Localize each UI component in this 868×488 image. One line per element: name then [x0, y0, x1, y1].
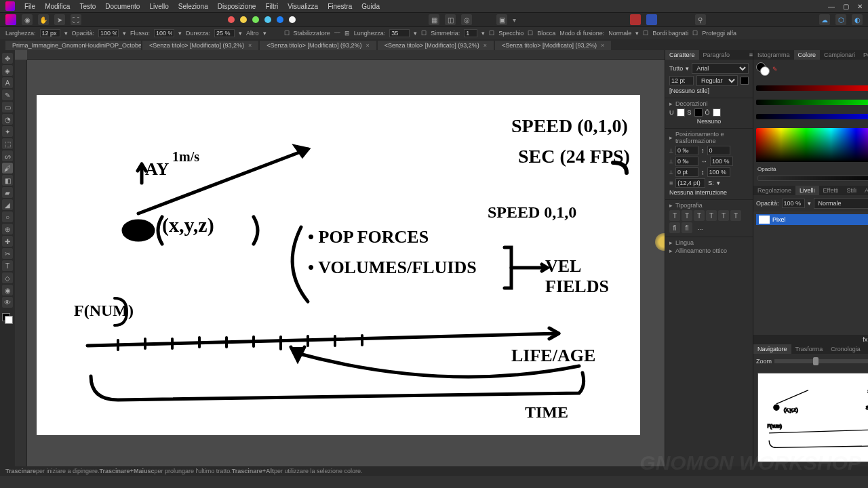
- close-tab-icon[interactable]: ×: [248, 42, 252, 49]
- tab-brushes[interactable]: Pennelli: [859, 50, 868, 60]
- minimize-icon[interactable]: —: [828, 3, 835, 10]
- rectangle-tool-icon[interactable]: ▭: [2, 102, 13, 113]
- hardness-input[interactable]: [214, 29, 235, 37]
- font-family-select[interactable]: Arial: [692, 63, 749, 74]
- b-slider[interactable]: [756, 114, 868, 119]
- menu-file[interactable]: File: [24, 3, 35, 10]
- tab-character[interactable]: Carattere: [665, 50, 699, 60]
- close-icon[interactable]: ✕: [857, 3, 863, 10]
- crop-tool-icon[interactable]: ✂: [2, 248, 13, 259]
- tab-paragraph[interactable]: Paragrafo: [699, 50, 734, 60]
- layer-opacity-input[interactable]: [782, 199, 805, 208]
- stabilizer-label[interactable]: Stabilizzatore: [294, 30, 330, 37]
- pos-field[interactable]: [707, 167, 730, 177]
- wet-edges-label[interactable]: Bordi bagnati: [652, 30, 688, 37]
- width-input[interactable]: [40, 29, 60, 37]
- tab-navigator[interactable]: Navigatore: [753, 344, 791, 354]
- node-tool-icon[interactable]: ◈: [2, 65, 13, 76]
- snap-icon[interactable]: ▣: [496, 14, 507, 25]
- language-header[interactable]: Lingua: [675, 239, 694, 246]
- doc-tab[interactable]: <Senza titolo> [Modificato] (93,2%)×: [260, 41, 376, 50]
- close-tab-icon[interactable]: ×: [484, 42, 487, 49]
- doc-tab[interactable]: <Senza titolo> [Modificato] (93,2%)×: [142, 41, 258, 50]
- swatch-yellow[interactable]: [240, 16, 247, 23]
- eyedropper-icon[interactable]: ◉: [22, 14, 33, 25]
- typo-btn[interactable]: T: [669, 210, 680, 221]
- close-tab-icon[interactable]: ×: [366, 42, 369, 49]
- shape-tool-icon[interactable]: ◇: [2, 272, 13, 283]
- menu-edit[interactable]: Modifica: [45, 3, 70, 10]
- r-slider[interactable]: [756, 85, 868, 91]
- heal-tool-icon[interactable]: ✚: [2, 236, 13, 247]
- flood-select-icon[interactable]: ✦: [2, 126, 13, 137]
- decorations-header[interactable]: Decorazioni: [675, 100, 708, 107]
- optalign-header[interactable]: Allineamento ottico: [675, 247, 727, 254]
- text-tool-icon[interactable]: T: [2, 260, 13, 271]
- tab-history[interactable]: Cronologia: [827, 344, 865, 354]
- layer-item[interactable]: Pixel ✓: [756, 214, 868, 225]
- tab-color[interactable]: Colore: [794, 50, 821, 60]
- fill-tool-icon[interactable]: ▰: [2, 187, 13, 198]
- color-swatches[interactable]: [2, 313, 13, 324]
- doc-tab[interactable]: <Senza titolo> [Modificato] (93,2%)×: [378, 41, 494, 50]
- quickmask-icon[interactable]: ▦: [429, 14, 439, 25]
- pos-field[interactable]: [707, 146, 730, 155]
- document-canvas[interactable]: SPEED (0,1,0) SEC (24 FPS) SPEED 0,1,0 A…: [37, 95, 640, 435]
- navigator-preview[interactable]: (x,y,z) SPEED(0,1,0) SEC(24FPS) SPEED 0,…: [757, 373, 868, 462]
- leading-field[interactable]: [675, 178, 705, 188]
- account-icon[interactable]: ⬡: [835, 14, 846, 25]
- swatch-white[interactable]: [289, 16, 296, 23]
- assistant-icon[interactable]: ⚲: [695, 14, 706, 25]
- tab-transform[interactable]: Trasforma: [791, 344, 827, 354]
- doc-tab[interactable]: Prima_Immagine_GnomonHoudiniPOP_October_…: [5, 41, 141, 50]
- tab-styles[interactable]: Stili: [842, 186, 861, 195]
- doc-tab[interactable]: <Senza titolo> [Modificato] (93,2%)×: [495, 41, 611, 50]
- flow-input[interactable]: [154, 29, 174, 37]
- blend-select[interactable]: Normale: [608, 30, 631, 37]
- paint-brush-icon[interactable]: 🖌: [2, 163, 13, 174]
- layer-blend-select[interactable]: Normale: [814, 198, 868, 209]
- add-color-icon[interactable]: ✎: [772, 66, 778, 73]
- art-text-tool-icon[interactable]: A: [2, 77, 13, 88]
- tab-effects[interactable]: Effetti: [819, 186, 843, 195]
- selection-icon[interactable]: ◫: [445, 14, 456, 25]
- swatch-green[interactable]: [252, 16, 259, 23]
- lasso-tool-icon[interactable]: ᔕ: [2, 150, 13, 161]
- typo-btn[interactable]: T: [730, 210, 741, 221]
- close-tab-icon[interactable]: ×: [601, 42, 604, 49]
- stab-window-icon[interactable]: ⊞: [344, 30, 350, 37]
- zoom-slider[interactable]: [774, 359, 868, 363]
- pos-field[interactable]: [675, 146, 698, 155]
- opacity-slider[interactable]: [757, 176, 868, 181]
- tab-adjust[interactable]: Regolazione: [753, 186, 795, 195]
- dodge-tool-icon[interactable]: ○: [2, 211, 13, 222]
- menu-document[interactable]: Documento: [105, 3, 140, 10]
- move-tool-icon[interactable]: ✥: [2, 53, 13, 64]
- tab-histogram[interactable]: Istogramma: [753, 50, 794, 60]
- clone-tool-icon[interactable]: ⊕: [2, 224, 13, 235]
- eraser-tool-icon[interactable]: ◧: [2, 175, 13, 186]
- gradient-tool-icon[interactable]: ◢: [2, 199, 13, 210]
- tab-swatches[interactable]: Campionari: [820, 50, 859, 60]
- strike-icon[interactable]: S: [688, 109, 692, 116]
- deco-swatch[interactable]: [713, 108, 721, 117]
- more-button[interactable]: Altro: [246, 30, 259, 37]
- view-tool-icon[interactable]: 👁: [2, 297, 13, 308]
- pen-tool-icon[interactable]: ✎: [2, 89, 13, 100]
- pos-header[interactable]: Posizionamento e trasformazione: [675, 131, 749, 144]
- overline-icon[interactable]: Ō: [705, 109, 710, 116]
- persona-photo-icon[interactable]: [5, 14, 16, 25]
- menu-help[interactable]: Guida: [361, 3, 380, 10]
- pos-field[interactable]: [675, 167, 698, 177]
- swatch-red[interactable]: [228, 16, 235, 23]
- typo-btn[interactable]: T: [694, 210, 705, 221]
- hand-icon[interactable]: ✋: [38, 14, 49, 25]
- g-slider[interactable]: [756, 100, 868, 105]
- color-picker-icon[interactable]: ◉: [2, 285, 13, 296]
- menu-layer[interactable]: Livello: [149, 3, 168, 10]
- deco-swatch[interactable]: [677, 108, 685, 117]
- typo-btn[interactable]: fl: [682, 222, 692, 233]
- tab-channels[interactable]: Canali: [865, 344, 868, 354]
- protect-alpha-label[interactable]: Proteggi alfa: [702, 30, 736, 37]
- arrow-icon[interactable]: ➤: [54, 14, 65, 25]
